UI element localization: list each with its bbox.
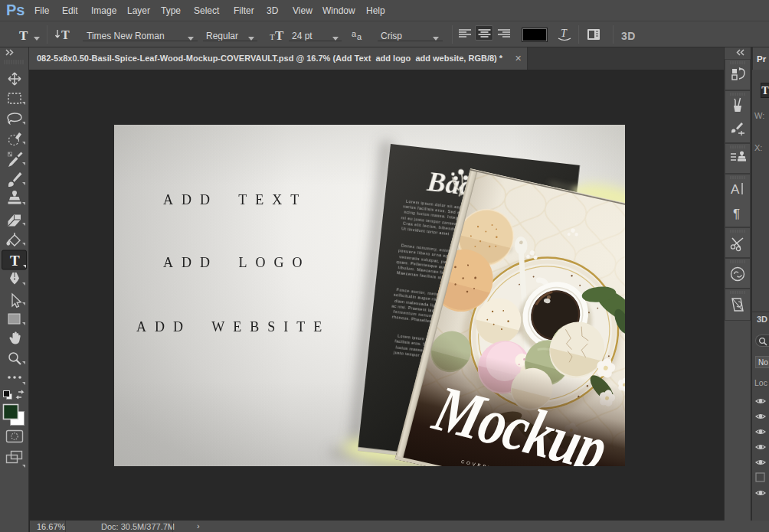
svg-text:T: T [561, 28, 568, 39]
svg-text:ADD WEBSITE: ADD WEBSITE [136, 319, 330, 335]
svg-text:A: A [731, 182, 740, 197]
svg-text:a: a [352, 29, 357, 38]
svg-text:T: T [61, 28, 70, 41]
svg-text:a: a [357, 32, 362, 41]
svg-text:T: T [270, 32, 275, 41]
svg-text:T: T [275, 28, 284, 42]
svg-text:¶: ¶ [733, 207, 740, 221]
svg-text:ADD TEXT: ADD TEXT [163, 192, 307, 207]
svg-text:T: T [10, 253, 20, 269]
svg-text:ADD LOGO: ADD LOGO [163, 255, 311, 270]
